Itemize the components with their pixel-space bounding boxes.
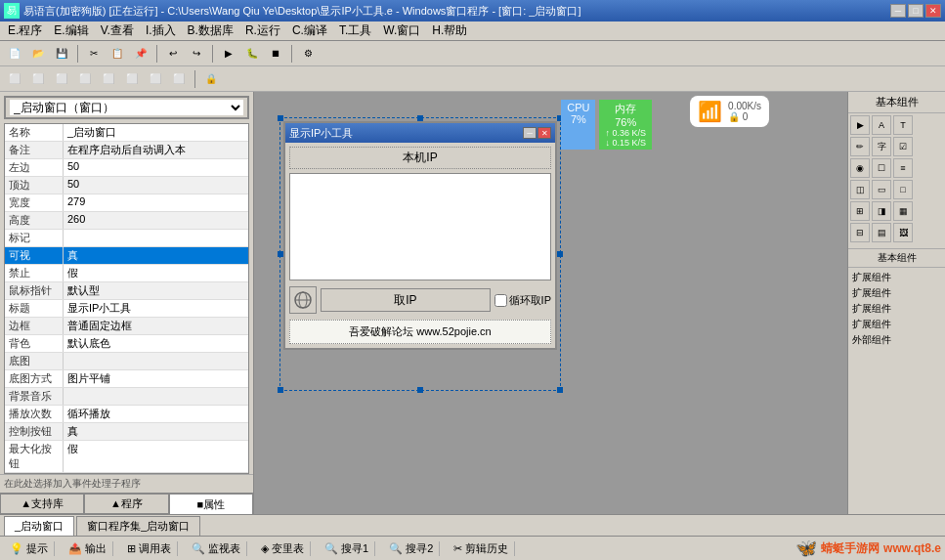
- tb2-align-bottom[interactable]: ⬜: [74, 68, 96, 90]
- tb2-align-top[interactable]: ⬜: [51, 68, 72, 90]
- table-row[interactable]: 标记: [5, 230, 248, 247]
- menu-db[interactable]: B.数据库: [182, 21, 239, 41]
- menu-run[interactable]: R.运行: [239, 21, 286, 41]
- status-search2[interactable]: 🔍 搜寻2: [383, 541, 440, 556]
- tb-debug[interactable]: 🐛: [241, 43, 263, 65]
- tool-hbar[interactable]: ▭: [872, 180, 891, 199]
- handle-rc[interactable]: [557, 251, 563, 257]
- table-row[interactable]: 高度260: [5, 212, 248, 230]
- menu-edit[interactable]: E.编辑: [48, 21, 94, 41]
- maximize-button[interactable]: □: [908, 4, 924, 18]
- tool-cursor[interactable]: ▶: [850, 115, 870, 135]
- tb2-center-h[interactable]: ⬜: [98, 68, 119, 90]
- tool-progress[interactable]: ▤: [872, 223, 891, 242]
- menu-insert[interactable]: I.插入: [140, 21, 182, 41]
- tab-properties[interactable]: ■属性: [169, 494, 253, 514]
- tb-undo[interactable]: ↩: [162, 43, 184, 65]
- handle-bc[interactable]: [417, 387, 423, 393]
- bottom-tab-form-collection[interactable]: 窗口程序集_启动窗口: [76, 516, 200, 536]
- dialog-min-btn[interactable]: ─: [523, 127, 537, 139]
- status-calltable[interactable]: ⊞ 调用表: [121, 541, 178, 556]
- status-search1[interactable]: 🔍 搜寻1: [319, 541, 375, 556]
- table-row[interactable]: 左边50: [5, 159, 248, 177]
- table-row[interactable]: 禁止假: [5, 265, 248, 282]
- right-extend-4[interactable]: 扩展组件: [848, 317, 945, 332]
- tool-text-t[interactable]: T: [893, 115, 913, 135]
- dialog-icon-button[interactable]: [289, 286, 317, 314]
- tool-check[interactable]: ☑: [893, 137, 913, 156]
- right-extend-3[interactable]: 扩展组件: [848, 301, 945, 317]
- tb2-center-v[interactable]: ⬜: [121, 68, 143, 90]
- table-row[interactable]: 鼠标指针默认型: [5, 282, 248, 300]
- table-row[interactable]: 背色默认底色: [5, 335, 248, 353]
- tb-open[interactable]: 📂: [27, 43, 49, 65]
- table-row[interactable]: 最大化按钮假: [5, 441, 248, 473]
- output-icon: 📤: [68, 542, 82, 555]
- tb2-distribute-v[interactable]: ⬜: [168, 68, 190, 90]
- table-row[interactable]: 可视真: [5, 247, 248, 265]
- menu-compile[interactable]: C.编译: [286, 21, 333, 41]
- right-extend-1[interactable]: 扩展组件: [848, 270, 945, 285]
- tb2-align-right[interactable]: ⬜: [27, 68, 49, 90]
- table-row[interactable]: 背景音乐: [5, 388, 248, 406]
- tb2-distribute-h[interactable]: ⬜: [145, 68, 166, 90]
- tool-scroll[interactable]: ⊟: [850, 223, 870, 242]
- table-row[interactable]: 宽度279: [5, 194, 248, 212]
- table-row[interactable]: 名称_启动窗口: [5, 124, 248, 142]
- tool-char[interactable]: 字: [872, 137, 891, 156]
- tb-save[interactable]: 💾: [51, 43, 72, 65]
- status-vars[interactable]: ◈ 变里表: [255, 541, 311, 556]
- table-row[interactable]: 标题显示IP小工具: [5, 300, 248, 318]
- tool-tree[interactable]: ▦: [893, 201, 913, 221]
- tb2-align-left[interactable]: ⬜: [4, 68, 25, 90]
- right-external[interactable]: 外部组件: [848, 332, 945, 348]
- table-row[interactable]: 边框普通固定边框: [5, 318, 248, 335]
- tool-list[interactable]: ≡: [893, 158, 913, 178]
- tab-support[interactable]: ▲支持库: [0, 494, 84, 514]
- tool-image[interactable]: 🖼: [893, 223, 913, 242]
- tool-tab[interactable]: ◨: [872, 201, 891, 221]
- bottom-tab-startup[interactable]: _启动窗口: [4, 516, 74, 536]
- table-row[interactable]: 控制按钮真: [5, 423, 248, 441]
- tool-draw[interactable]: ✏: [850, 137, 870, 156]
- handle-bl[interactable]: [278, 387, 283, 393]
- status-hint[interactable]: 💡 提示: [4, 541, 55, 556]
- tb-paste[interactable]: 📌: [130, 43, 151, 65]
- tool-text-a[interactable]: A: [872, 115, 891, 135]
- close-button[interactable]: ✕: [925, 4, 941, 18]
- tool-radio[interactable]: ◉: [850, 158, 870, 178]
- tb-new[interactable]: 📄: [4, 43, 25, 65]
- status-output[interactable]: 📤 输出: [63, 541, 113, 556]
- menu-help[interactable]: H.帮助: [426, 21, 473, 41]
- table-row[interactable]: 顶边50: [5, 177, 248, 194]
- table-row[interactable]: 备注在程序启动后自动调入本: [5, 142, 248, 159]
- tool-combo[interactable]: ◫: [850, 180, 870, 199]
- menu-view[interactable]: V.查看: [95, 21, 140, 41]
- table-row[interactable]: 播放次数循环播放: [5, 406, 248, 423]
- menu-tools[interactable]: T.工具: [333, 21, 377, 41]
- tool-grid[interactable]: ⊞: [850, 201, 870, 221]
- take-ip-button[interactable]: 取IP: [321, 288, 491, 312]
- menu-window[interactable]: W.窗口: [377, 21, 426, 41]
- dialog-close-btn[interactable]: ✕: [537, 127, 551, 139]
- minimize-button[interactable]: ─: [890, 4, 906, 18]
- tb2-lock[interactable]: 🔒: [200, 68, 222, 90]
- tool-box[interactable]: ☐: [872, 158, 891, 178]
- menu-file[interactable]: E.程序: [2, 21, 48, 41]
- status-monitor[interactable]: 🔍 监视表: [186, 541, 247, 556]
- status-clipboard[interactable]: ✂ 剪辑历史: [448, 541, 515, 556]
- tab-program[interactable]: ▲程序: [84, 494, 168, 514]
- tb-run[interactable]: ▶: [218, 43, 239, 65]
- table-row[interactable]: 底图方式图片平铺: [5, 370, 248, 388]
- tb-cut[interactable]: ✂: [83, 43, 105, 65]
- tb-stop[interactable]: ⏹: [265, 43, 286, 65]
- tb-copy[interactable]: 📋: [107, 43, 128, 65]
- loop-checkbox[interactable]: [494, 294, 507, 307]
- right-extend-2[interactable]: 扩展组件: [848, 285, 945, 301]
- tool-rect[interactable]: □: [893, 180, 913, 199]
- tb-compile[interactable]: ⚙: [297, 43, 319, 65]
- handle-br[interactable]: [557, 387, 563, 393]
- window-selector[interactable]: _启动窗口（窗口）: [10, 100, 243, 115]
- table-row[interactable]: 底图: [5, 353, 248, 370]
- tb-redo[interactable]: ↪: [186, 43, 207, 65]
